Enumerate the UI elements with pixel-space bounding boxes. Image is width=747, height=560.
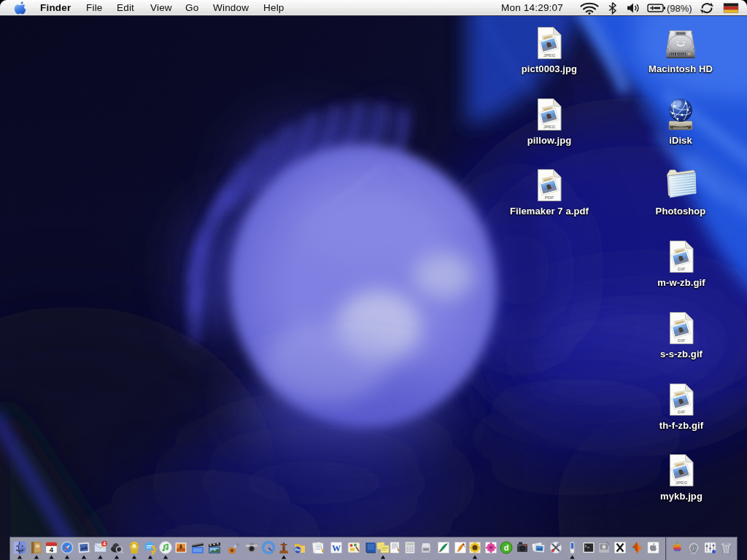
svg-text:JPEG: JPEG (543, 52, 556, 58)
svg-text:JPEG: JPEG (543, 124, 556, 129)
svg-text:4: 4 (50, 545, 54, 553)
svg-text:Pro: Pro (295, 548, 301, 552)
svg-text:d: d (504, 543, 509, 552)
svg-text:GIF: GIF (678, 266, 686, 271)
svg-text:GIF: GIF (678, 409, 686, 414)
svg-text:W: W (332, 543, 341, 553)
svg-text:@: @ (690, 544, 697, 552)
svg-text:JPEG: JPEG (676, 480, 688, 485)
svg-text:GIF: GIF (678, 338, 686, 343)
svg-text:4: 4 (103, 541, 106, 546)
svg-text:PDF: PDF (545, 195, 554, 200)
